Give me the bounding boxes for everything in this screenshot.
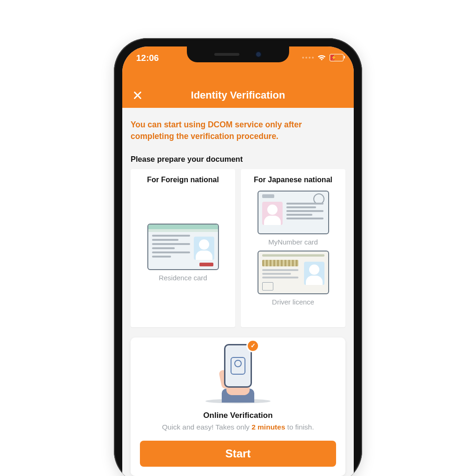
mynumber-card-icon: [258, 191, 329, 234]
doc-driver-label: Driver licence: [272, 298, 314, 306]
doc-residence-card: Residence card: [147, 224, 219, 282]
option-foreign-title: For Foreign national: [147, 176, 219, 184]
prepare-label: Please prepare your document: [131, 155, 345, 164]
app-header: Identity Verification: [122, 83, 354, 108]
verification-title: Online Verification: [140, 411, 336, 420]
verification-description: Quick and easy! Takes only 2 minutes to …: [140, 423, 336, 431]
option-japanese-title: For Japanese national: [254, 176, 332, 184]
phone-screen: 12:06 ⚡ Identity Verification: [122, 46, 354, 476]
close-button[interactable]: [132, 89, 144, 101]
residence-card-icon: [147, 224, 219, 270]
status-time: 12:06: [136, 53, 159, 63]
doc-residence-label: Residence card: [159, 274, 207, 282]
battery-charging-icon: ⚡: [330, 54, 344, 61]
selfie-phone-illustration: ✓: [140, 349, 336, 404]
close-icon: [132, 90, 143, 100]
driver-licence-icon: [258, 251, 329, 294]
doc-driver-licence: Driver licence: [258, 251, 329, 306]
phone-frame: 12:06 ⚡ Identity Verification: [114, 38, 362, 476]
checkmark-badge-icon: ✓: [246, 339, 259, 352]
phone-notch: [187, 46, 289, 62]
doc-mynumber-label: MyNumber card: [268, 238, 318, 246]
start-button[interactable]: Start: [140, 441, 336, 467]
option-japanese-national[interactable]: For Japanese national: [241, 169, 345, 327]
option-foreign-national[interactable]: For Foreign national Reside: [131, 169, 235, 327]
wifi-icon: [317, 54, 326, 61]
doc-mynumber-card: MyNumber card: [258, 191, 329, 246]
page-title: Identity Verification: [191, 89, 285, 101]
online-verification-panel: ✓ Online Verification Quick and easy! Ta…: [131, 337, 345, 476]
notice-text: You can start using DCOM service only af…: [131, 119, 345, 143]
cellular-icon: [302, 57, 314, 59]
